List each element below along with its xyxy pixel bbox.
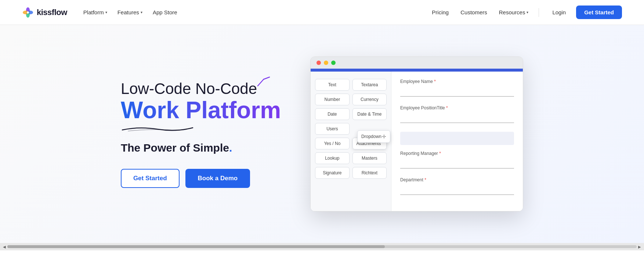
- dropdown-floating-badge: Dropdown ✛: [357, 130, 390, 143]
- brand-name: kissflow: [37, 8, 67, 17]
- mockup-header-bar: [311, 69, 523, 72]
- scroll-left-arrow[interactable]: ◀: [1, 245, 7, 249]
- field-palette-panel: Text Textarea Number Currency Date Date …: [311, 72, 391, 211]
- navbar: kissflow Platform ▾ Features ▾ App Store…: [0, 0, 644, 25]
- field-btn-datetime[interactable]: Date & Time: [352, 108, 387, 120]
- app-mockup: Text Textarea Number Currency Date Date …: [310, 57, 523, 211]
- field-btn-lookup[interactable]: Lookup: [315, 152, 350, 164]
- bottom-scrollbar: ◀ ▶: [0, 243, 644, 250]
- field-grid: Text Textarea Number Currency Date Date …: [315, 79, 387, 179]
- form-preview-panel: Employee Name * Employee PositionTitle *: [391, 72, 523, 211]
- nav-pricing[interactable]: Pricing: [427, 7, 453, 18]
- position-title-input[interactable]: [400, 113, 514, 123]
- form-field-reporting-manager: Reporting Manager *: [400, 151, 514, 168]
- form-field-position-title: Employee PositionTitle *: [400, 105, 514, 123]
- nav-customers[interactable]: Customers: [456, 7, 492, 18]
- sparkle-decoration: [257, 76, 270, 87]
- nav-resources[interactable]: Resources ▾: [495, 7, 533, 18]
- field-btn-date[interactable]: Date: [315, 108, 350, 120]
- nav-divider: [539, 8, 539, 17]
- logo[interactable]: kissflow: [22, 7, 67, 18]
- nav-appstore[interactable]: App Store: [148, 7, 182, 18]
- department-input[interactable]: [400, 185, 514, 195]
- hero-buttons: Get Started Book a Demo: [121, 169, 281, 188]
- nav-features[interactable]: Features ▾: [113, 7, 147, 18]
- login-button[interactable]: Login: [545, 6, 573, 18]
- nav-left: kissflow Platform ▾ Features ▾ App Store: [22, 7, 182, 18]
- hero-underline: [121, 126, 281, 133]
- field-btn-yesno[interactable]: Yes / No: [315, 138, 350, 149]
- resources-chevron-icon: ▾: [527, 10, 528, 14]
- field-btn-text[interactable]: Text: [315, 79, 350, 91]
- platform-chevron-icon: ▾: [105, 10, 107, 14]
- svg-point-4: [27, 11, 29, 14]
- field-btn-signature[interactable]: Signature: [315, 167, 350, 179]
- hero-right: Text Textarea Number Currency Date Date …: [310, 57, 523, 211]
- employee-name-input[interactable]: [400, 86, 514, 97]
- scrollbar-track: [7, 245, 637, 248]
- scroll-right-arrow[interactable]: ▶: [637, 245, 643, 249]
- hero-book-demo-button[interactable]: Book a Demo: [185, 169, 250, 188]
- window-maximize-dot: [331, 61, 336, 65]
- get-started-nav-button[interactable]: Get Started: [576, 6, 622, 19]
- hero-main-title: Work Platform: [121, 98, 281, 123]
- field-btn-users[interactable]: Users: [315, 123, 350, 135]
- nav-platform[interactable]: Platform ▾: [79, 7, 112, 18]
- field-btn-richtext[interactable]: Richtext: [352, 167, 387, 179]
- field-btn-currency[interactable]: Currency: [352, 94, 387, 105]
- form-field-employee-name: Employee Name *: [400, 79, 514, 97]
- window-minimize-dot: [324, 61, 328, 65]
- svg-line-5: [258, 79, 264, 86]
- nav-right: Pricing Customers Resources ▾ Login Get …: [427, 6, 622, 19]
- form-field-department: Department *: [400, 177, 514, 195]
- svg-line-6: [264, 77, 269, 79]
- window-close-dot: [316, 61, 321, 65]
- mockup-body: Text Textarea Number Currency Date Date …: [311, 72, 523, 211]
- reporting-manager-input[interactable]: [400, 158, 514, 168]
- form-highlighted-row: [400, 132, 514, 145]
- features-chevron-icon: ▾: [141, 10, 142, 14]
- field-btn-textarea[interactable]: Textarea: [352, 79, 387, 91]
- kissflow-logo-icon: [22, 7, 34, 18]
- hero-tagline: Low-Code No-Code: [121, 80, 257, 98]
- nav-links: Platform ▾ Features ▾ App Store: [79, 7, 182, 18]
- hero-section: Low-Code No-Code Work Platform The Power…: [0, 25, 644, 243]
- dropdown-plus-icon: ✛: [382, 134, 386, 139]
- field-btn-masters[interactable]: Masters: [352, 152, 387, 164]
- hero-get-started-button[interactable]: Get Started: [121, 169, 180, 188]
- field-btn-number[interactable]: Number: [315, 94, 350, 105]
- hero-subtitle: The Power of Simple.: [121, 142, 281, 154]
- hero-left: Low-Code No-Code Work Platform The Power…: [121, 80, 281, 188]
- mockup-titlebar: [311, 57, 523, 69]
- scrollbar-thumb[interactable]: [7, 245, 385, 248]
